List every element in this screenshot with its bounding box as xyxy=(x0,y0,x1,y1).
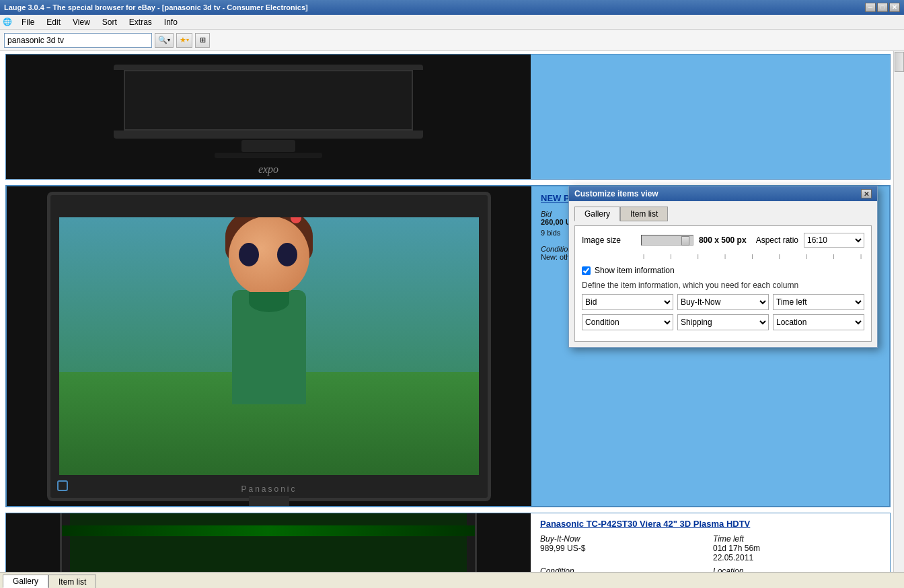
col4-select[interactable]: Bid Buy-It-Now Condition Location Shippi… xyxy=(582,314,673,330)
search-input[interactable] xyxy=(4,33,152,48)
item-info-panel-3: Panasonic TC-P42ST30 Viera 42" 3D Plasma… xyxy=(531,513,890,572)
item3-buy-value: 989,99 US-$ xyxy=(540,544,708,553)
col6-select[interactable]: Bid Buy-It-Now Condition Location Shippi… xyxy=(773,314,864,330)
show-info-label[interactable]: Show item information xyxy=(595,266,675,275)
menu-info[interactable]: Info xyxy=(159,16,183,28)
window-controls: ─ □ ✕ xyxy=(865,3,900,12)
menu-bar: 🌐 File Edit View Sort Extras Info xyxy=(0,15,904,30)
window-title: Lauge 3.0.4 – The special browser for eB… xyxy=(4,3,308,11)
toolbar: 🔍 ▾ ★ ▾ ⊞ xyxy=(0,30,904,51)
item3-buy-label: Buy-It-Now xyxy=(540,534,708,544)
minimize-button[interactable]: ─ xyxy=(865,3,876,12)
tick: | xyxy=(698,253,699,259)
show-info-checkbox[interactable] xyxy=(582,266,591,275)
item-image-bottom xyxy=(6,513,531,572)
aspect-ratio-select[interactable]: 16:10 4:3 Free xyxy=(804,233,864,248)
item3-title[interactable]: Panasonic TC-P42ST30 Viera 42" 3D Plasma… xyxy=(540,519,880,529)
menu-file[interactable]: File xyxy=(16,16,40,28)
list-item: expo xyxy=(5,54,891,180)
dialog-close-button[interactable]: ✕ xyxy=(861,189,872,198)
title-bar: Lauge 3.0.4 – The special browser for eB… xyxy=(0,0,904,15)
size-slider[interactable] xyxy=(641,235,693,246)
search-button[interactable]: 🔍 ▾ xyxy=(155,33,174,48)
corner-indicator xyxy=(57,480,68,491)
image-size-value: 800 x 500 px xyxy=(699,235,747,245)
item3-date: 22.05.2011 xyxy=(713,553,880,562)
image-size-row: Image size 800 x 500 px Aspect ratio 16:… xyxy=(582,233,864,248)
col2-select[interactable]: Bid Buy-It-Now Condition Location Shippi… xyxy=(677,294,769,310)
tick: | xyxy=(779,253,780,259)
item3-time-label: Time left xyxy=(713,534,880,544)
dialog-title: Customize items view xyxy=(574,189,658,198)
dialog-body: Gallery Item list Image size 800 x 500 p… xyxy=(569,201,877,347)
item-info-panel xyxy=(531,54,890,179)
tick: | xyxy=(860,253,862,259)
app-icon: 🌐 xyxy=(3,17,12,26)
show-info-row: Show item information xyxy=(582,266,864,275)
search-icon: 🔍 xyxy=(158,36,167,44)
column-row-2: Bid Buy-It-Now Condition Location Shippi… xyxy=(582,314,864,330)
list-item: Panasonic TC-P42ST30 Viera 42" 3D Plasma… xyxy=(5,513,891,572)
tick: | xyxy=(806,253,807,259)
main-content: expo xyxy=(0,51,904,572)
item-image: expo xyxy=(6,54,531,179)
bottom-tab-gallery[interactable]: Gallery xyxy=(3,575,48,588)
dialog-tabs: Gallery Item list xyxy=(574,207,872,221)
brand-label: Panasonic xyxy=(241,484,297,494)
watermark: expo xyxy=(258,163,278,176)
dialog-title-bar: Customize items view ✕ xyxy=(569,186,877,201)
item-image-main: Panasonic xyxy=(7,186,531,506)
menu-sort[interactable]: Sort xyxy=(97,16,122,28)
bottom-tab-bar: Gallery Item list xyxy=(0,572,904,588)
menu-extras[interactable]: Extras xyxy=(124,16,157,28)
layout-icon: ⊞ xyxy=(200,36,206,44)
tick: | xyxy=(833,253,835,259)
column-row-1: Bid Buy-It-Now Condition Location Shippi… xyxy=(582,294,864,310)
slider-ticks-row: | | | | | | | | | xyxy=(582,253,864,259)
favorites-button[interactable]: ★ ▾ xyxy=(176,33,192,48)
tab-item-list[interactable]: Item list xyxy=(620,207,668,221)
menu-view[interactable]: View xyxy=(67,16,96,28)
dropdown-arrow-icon: ▾ xyxy=(167,37,170,43)
col5-select[interactable]: Bid Buy-It-Now Condition Location Shippi… xyxy=(677,314,769,330)
item3-time-value: 01d 17h 56m xyxy=(713,544,880,553)
layout-button[interactable]: ⊞ xyxy=(195,33,210,48)
tick: | xyxy=(724,253,726,259)
item3-location-label: Location xyxy=(713,566,880,572)
tick: | xyxy=(643,253,644,259)
star-icon: ★ xyxy=(180,36,186,44)
col1-select[interactable]: Bid Buy-It-Now Condition Location Shippi… xyxy=(582,294,673,310)
bottom-tab-item-list[interactable]: Item list xyxy=(48,575,96,588)
tab-gallery-content: Image size 800 x 500 px Aspect ratio 16:… xyxy=(574,225,872,342)
item3-condition-label: Condition xyxy=(540,566,708,572)
aspect-ratio-label: Aspect ratio xyxy=(756,235,798,245)
tick: | xyxy=(751,253,753,259)
tick: | xyxy=(670,253,671,259)
customize-dialog: Customize items view ✕ Gallery Item list… xyxy=(568,186,878,348)
menu-edit[interactable]: Edit xyxy=(41,16,66,28)
image-size-label: Image size xyxy=(582,235,636,245)
col3-select[interactable]: Bid Buy-It-Now Condition Location Shippi… xyxy=(773,294,864,310)
restore-button[interactable]: □ xyxy=(877,3,888,12)
slider-thumb[interactable] xyxy=(681,236,689,246)
close-button[interactable]: ✕ xyxy=(889,3,900,12)
tab-gallery[interactable]: Gallery xyxy=(574,207,620,221)
define-label: Define the item information, which you n… xyxy=(582,281,864,290)
dropdown-arrow-icon2: ▾ xyxy=(186,37,189,43)
